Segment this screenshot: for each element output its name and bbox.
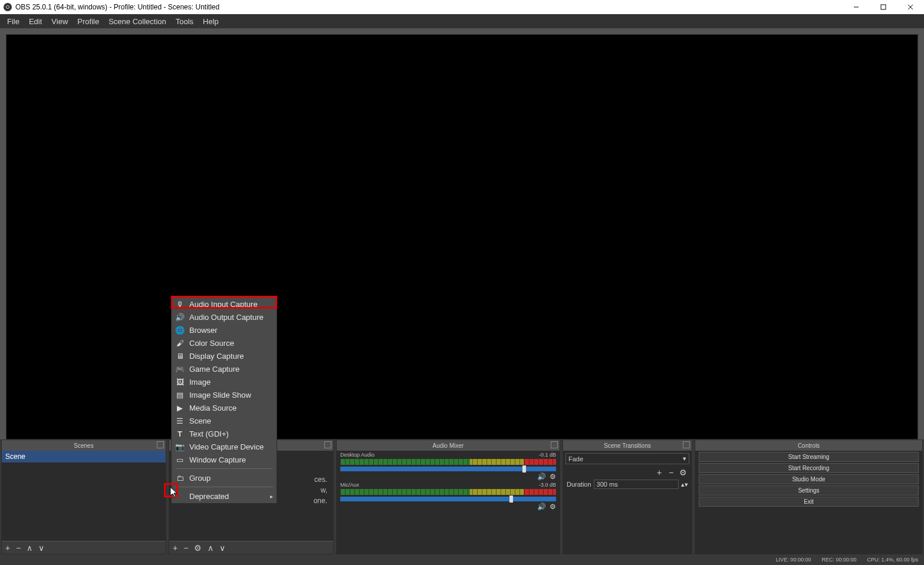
duration-stepper-icon[interactable]: ▴▾ [681,481,688,488]
move-source-down-button[interactable]: ∨ [219,543,225,553]
window-title: OBS 25.0.1 (64-bit, windows) - Profile: … [15,3,219,11]
text-icon: T [175,429,185,438]
cm-image-slide-show[interactable]: ▤Image Slide Show [172,388,277,401]
transition-settings-button[interactable]: ⚙ [678,468,688,477]
cm-deprecated[interactable]: Deprecated▸ [172,490,277,503]
dock-audio-mixer: Audio Mixer Desktop Audio -0.1 dB 🔊 ⚙ Mi… [336,440,560,554]
docks-row: Scenes Scene + − ∧ ∨ Sources ces. w, one… [0,440,924,554]
speaker-icon: 🔊 [175,312,185,322]
mute-icon[interactable]: 🔊 [537,473,546,481]
menu-view[interactable]: View [47,15,73,28]
submenu-arrow-icon: ▸ [270,493,273,500]
menu-separator [175,468,273,469]
sources-toolbar: + − ⚙ ∧ ∨ [169,541,333,554]
transition-select[interactable]: Fade ▾ [565,453,689,464]
menu-separator [175,487,273,487]
scene-item[interactable]: Scene [2,451,166,462]
dock-mixer-header[interactable]: Audio Mixer [337,440,560,451]
dock-controls: Controls Start Streaming Start Recording… [695,440,923,554]
menu-tools[interactable]: Tools [171,15,198,28]
folder-icon: 🗀 [175,473,185,483]
remove-transition-button[interactable]: − [666,468,676,477]
brush-icon: 🖌 [175,338,185,348]
transition-duration-input[interactable]: 300 ms [594,480,679,489]
menu-profile[interactable]: Profile [73,15,104,28]
scenes-toolbar: + − ∧ ∨ [2,541,166,554]
list-icon: ☰ [175,416,185,425]
dock-scenes-header[interactable]: Scenes [2,440,166,451]
preview-canvas[interactable] [6,34,918,440]
cm-audio-output-capture[interactable]: 🔊Audio Output Capture [172,310,277,323]
source-properties-button[interactable]: ⚙ [194,543,202,553]
dock-scenes: Scenes Scene + − ∧ ∨ [1,440,166,554]
svg-rect-1 [881,5,886,9]
preview-area [0,28,924,440]
add-scene-button[interactable]: + [5,543,10,553]
dock-transitions-title: Scene Transitions [604,442,651,449]
cm-display-capture[interactable]: 🖥Display Capture [172,349,277,362]
cm-game-capture[interactable]: 🎮Game Capture [172,362,277,375]
mute-icon[interactable]: 🔊 [537,503,546,511]
mixer-track-desktop-audio: Desktop Audio -0.1 dB 🔊 ⚙ [337,451,560,481]
transition-duration-label: Duration [567,481,591,488]
start-recording-button[interactable]: Start Recording [699,463,919,473]
cm-color-source[interactable]: 🖌Color Source [172,336,277,349]
add-source-button[interactable]: + [173,543,177,553]
play-icon: ▶ [175,403,185,412]
move-source-up-button[interactable]: ∧ [208,543,213,553]
app-icon [4,3,12,11]
cm-browser[interactable]: 🌐Browser [172,323,277,336]
cm-text-gdi[interactable]: TText (GDI+) [172,427,277,440]
mixer-track-db: -3.0 dB [539,482,556,488]
start-streaming-button[interactable]: Start Streaming [699,452,919,462]
dock-mixer-title: Audio Mixer [433,442,464,449]
settings-button[interactable]: Settings [699,485,919,495]
status-cpu: CPU: 1.4%, 60.00 fps [867,557,918,563]
exit-button[interactable]: Exit [699,497,919,507]
studio-mode-button[interactable]: Studio Mode [699,474,919,484]
dock-popout-icon[interactable] [551,441,558,448]
chevron-down-icon: ▾ [683,455,686,462]
move-scene-up-button[interactable]: ∧ [27,543,32,553]
slides-icon: ▤ [175,390,185,399]
mixer-volume-slider[interactable] [340,467,556,471]
cm-group[interactable]: 🗀Group [172,471,277,484]
maximize-button[interactable] [870,0,897,14]
dock-popout-icon[interactable] [683,441,690,448]
sources-empty-hint: ces. w, one. [314,474,327,506]
cm-scene[interactable]: ☰Scene [172,414,277,427]
mic-icon: 🎙 [175,299,185,309]
mixer-volume-slider[interactable] [340,497,556,501]
menu-edit[interactable]: Edit [24,15,47,28]
remove-scene-button[interactable]: − [16,543,21,553]
globe-icon: 🌐 [175,325,185,335]
close-button[interactable] [897,0,924,14]
cm-audio-input-capture[interactable]: 🎙Audio Input Capture [172,298,277,310]
gear-icon[interactable]: ⚙ [550,503,556,511]
transition-current: Fade [568,455,583,462]
dock-popout-icon[interactable] [324,441,331,448]
dock-controls-header[interactable]: Controls [695,440,922,451]
gamepad-icon: 🎮 [175,364,185,374]
move-scene-down-button[interactable]: ∨ [38,543,44,553]
window-titlebar: OBS 25.0.1 (64-bit, windows) - Profile: … [0,0,924,14]
mixer-track-mic-aux: Mic/Aux -3.0 dB 🔊 ⚙ [337,481,560,511]
add-transition-button[interactable]: + [654,468,665,477]
dock-scene-transitions: Scene Transitions Fade ▾ + − ⚙ Duration … [563,440,692,554]
minimize-button[interactable] [843,0,870,14]
gear-icon[interactable]: ⚙ [550,473,556,481]
status-bar: LIVE: 00:00:00 REC: 00:00:00 CPU: 1.4%, … [0,554,924,565]
cm-image[interactable]: 🖼Image [172,375,277,388]
mixer-track-db: -0.1 dB [539,452,556,458]
remove-source-button[interactable]: − [183,543,188,553]
cm-video-capture-device[interactable]: 📷Video Capture Device [172,440,277,453]
dock-popout-icon[interactable] [157,441,164,448]
cm-window-capture[interactable]: ▭Window Capture [172,453,277,466]
dock-scenes-title: Scenes [74,442,93,449]
menu-help[interactable]: Help [198,15,223,28]
menu-file[interactable]: File [2,15,24,28]
cm-media-source[interactable]: ▶Media Source [172,401,277,414]
menu-scene-collection[interactable]: Scene Collection [104,15,171,28]
status-rec: REC: 00:00:00 [821,557,856,563]
dock-transitions-header[interactable]: Scene Transitions [563,440,692,451]
